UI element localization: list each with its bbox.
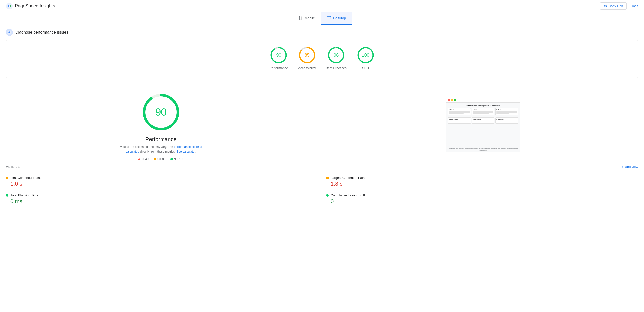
calc-link[interactable]: See calculator [176, 150, 195, 153]
metric-fcp: First Contentful Paint 1.0 s [6, 173, 322, 190]
logo-container: PageSpeed Insights [6, 3, 55, 10]
header: PageSpeed Insights Copy Link Docs [0, 0, 644, 12]
maximize-dot [454, 99, 456, 101]
performance-title: Performance [145, 136, 177, 143]
card-row-2b [473, 112, 494, 113]
docs-link[interactable]: Docs [630, 4, 638, 8]
svg-rect-4 [327, 16, 331, 19]
score-circle-accessibility: 85 [298, 46, 316, 64]
screenshot-page-title: Summer Web Hosting Deals of June 2024 [448, 105, 518, 107]
desktop-icon [327, 16, 331, 20]
fcp-value: 1.0 s [6, 181, 312, 187]
fcp-dot [6, 177, 8, 179]
card-row-5b [473, 122, 494, 122]
card-row-4a [449, 121, 470, 121]
metrics-grid: First Contentful Paint 1.0 s Largest Con… [6, 173, 638, 208]
lcp-dot [326, 177, 329, 179]
expand-view-button[interactable]: Expand view [620, 165, 638, 169]
legend-pass: 90–100 [170, 157, 184, 161]
legend-fail: 0–49 [138, 157, 148, 161]
cls-value: 0 [326, 198, 638, 205]
tab-desktop[interactable]: Desktop [321, 12, 352, 25]
card-row-6a [496, 121, 517, 121]
metrics-section: METRICS Expand view First Contentful Pai… [0, 161, 644, 208]
metric-lcp-name-row: Largest Contentful Paint [326, 176, 638, 180]
score-cards-section: 90 Performance 85 Accessibility [6, 40, 638, 78]
tab-bar: Mobile Desktop [0, 12, 644, 25]
metric-tbt: Total Blocking Time 0 ms [6, 190, 322, 208]
card-row-2a [473, 111, 494, 112]
performance-description: Values are estimated and may vary. The p… [114, 145, 208, 154]
lcp-name: Largest Contentful Paint [331, 176, 366, 180]
best-practices-score: 96 [334, 53, 339, 58]
score-card-best-practices[interactable]: 96 Best Practices [326, 46, 347, 70]
pass-circle-icon [170, 158, 173, 160]
metrics-header: METRICS Expand view [6, 165, 638, 169]
fail-triangle-icon [138, 158, 140, 160]
card-title-5: 5. SiteGround [473, 118, 494, 120]
screenshot-card-6: 6. Kamatera [496, 117, 518, 124]
card-title-1: 1. SiteGround [449, 109, 470, 111]
screenshot-card-4: 4. HostArmada [448, 117, 470, 124]
screenshot-grid: 1. SiteGround 2. Ultahost 3. Hostinger [448, 108, 518, 115]
card-row-4b [449, 122, 470, 122]
tbt-value: 0 ms [6, 198, 312, 205]
score-card-seo[interactable]: 100 SEO [357, 46, 375, 70]
svg-point-3 [300, 19, 300, 20]
app-title: PageSpeed Insights [15, 3, 55, 9]
svg-point-1 [9, 5, 10, 7]
performance-detail: 90 Performance Values are estimated and … [6, 88, 322, 161]
score-legend: 0–49 50–89 90–100 [138, 157, 184, 161]
screenshot-grid-2: 4. HostArmada 5. SiteGround 6. Kamatera [448, 117, 518, 124]
screenshot-topbar [446, 97, 520, 103]
score-circle-performance: 90 [270, 46, 288, 64]
card-row-1c [449, 113, 463, 114]
performance-score: 90 [276, 53, 281, 58]
accessibility-score: 85 [304, 53, 310, 58]
minimize-dot [451, 99, 453, 101]
main-content: 90 Performance Values are estimated and … [0, 82, 644, 161]
seo-score: 100 [362, 53, 370, 58]
card-row-6b [496, 122, 517, 122]
average-square-icon [154, 158, 156, 160]
fcp-name: First Contentful Paint [10, 176, 41, 180]
card-row-3b [496, 112, 517, 113]
card-title-3: 3. Hostinger [496, 109, 517, 111]
card-title-4: 4. HostArmada [449, 118, 470, 120]
svg-point-7 [9, 32, 10, 33]
screenshot-body: Summer Web Hosting Deals of June 2024 1.… [446, 103, 520, 147]
performance-label: Performance [269, 66, 288, 70]
legend-pass-range: 90–100 [174, 157, 184, 161]
header-actions: Copy Link Docs [600, 2, 638, 10]
screenshot-panel: Summer Web Hosting Deals of June 2024 1.… [322, 88, 638, 161]
website-screenshot: Summer Web Hosting Deals of June 2024 1.… [446, 97, 520, 152]
metric-cls: Cumulative Layout Shift 0 [322, 190, 638, 208]
tab-desktop-label: Desktop [333, 16, 346, 20]
score-circle-best-practices: 96 [327, 46, 345, 64]
close-dot [448, 99, 450, 101]
pagespeed-logo-icon [6, 3, 13, 10]
metric-cls-name-row: Cumulative Layout Shift [326, 193, 638, 197]
card-row-3a [496, 111, 517, 112]
screenshot-card-2: 2. Ultahost [472, 108, 494, 115]
large-performance-score: 90 [155, 106, 167, 118]
metric-lcp: Largest Contentful Paint 1.8 s [322, 173, 638, 190]
link-icon [604, 4, 607, 8]
tab-mobile[interactable]: Mobile [292, 12, 321, 25]
card-row-1b [449, 112, 470, 113]
score-card-accessibility[interactable]: 85 Accessibility [298, 46, 316, 70]
cls-name: Cumulative Layout Shift [331, 193, 365, 197]
card-row-2c [473, 113, 490, 114]
desc-plain: Values are estimated and may vary. The [120, 145, 174, 149]
legend-average-range: 50–89 [157, 157, 166, 161]
screenshot-card-1: 1. SiteGround [448, 108, 470, 115]
cls-dot [326, 194, 329, 197]
desc-end: . [196, 150, 196, 153]
legend-average: 50–89 [154, 157, 166, 161]
screenshot-card-5: 5. SiteGround [472, 117, 494, 124]
metric-tbt-name-row: Total Blocking Time [6, 193, 312, 197]
desc-mid: directly from these metrics. [139, 150, 176, 153]
score-card-performance[interactable]: 90 Performance [269, 46, 288, 70]
card-title-2: 2. Ultahost [473, 109, 494, 111]
copy-link-button[interactable]: Copy Link [600, 2, 627, 10]
